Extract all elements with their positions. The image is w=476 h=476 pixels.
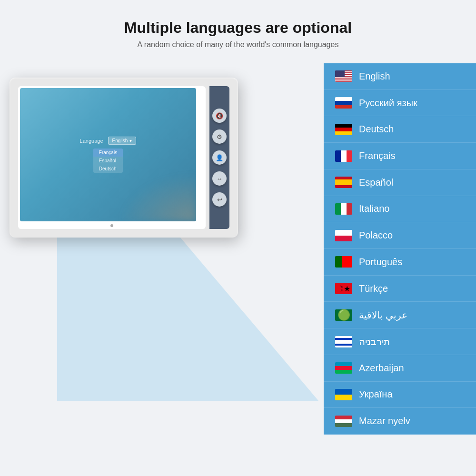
lang-item-az[interactable]: Azerbaijan xyxy=(324,355,476,382)
user-button[interactable]: 👤 xyxy=(212,150,227,165)
device-indicator-dot xyxy=(110,224,113,227)
screen-list-item-1[interactable]: Español xyxy=(93,157,123,165)
lang-item-sa[interactable]: 🟢 عربي بالاقية xyxy=(324,302,476,328)
lang-name-az: Azerbaijan xyxy=(359,363,404,374)
lang-name-hu: Mazar nyelv xyxy=(359,416,410,426)
lang-item-en[interactable]: English xyxy=(324,63,476,90)
lang-name-pt: Português xyxy=(359,257,402,268)
device-buttons-panel: 🔇 ⚙ 👤 ↔ ↩ xyxy=(209,86,229,229)
screen-hand-overlay xyxy=(120,174,196,221)
page-subtitle: A random choice of many of the world's c… xyxy=(10,40,466,49)
screen-selected-lang: English xyxy=(112,138,128,143)
flag-sa: 🟢 xyxy=(335,309,352,321)
transfer-button[interactable]: ↔ xyxy=(212,171,227,186)
lang-name-il: תירבניה xyxy=(359,336,390,347)
chevron-down-icon: ▾ xyxy=(129,138,132,143)
lang-name-it: Italiano xyxy=(359,203,390,214)
screen-ui: Language English ▾ Français Español Deut… xyxy=(80,137,137,173)
screen-language-label: Language xyxy=(80,138,103,144)
language-panel: English Русский язык Deutsch Français Es… xyxy=(324,63,476,435)
flag-us xyxy=(335,70,352,82)
flag-az xyxy=(335,362,352,374)
lang-name-sa: عربي بالاقية xyxy=(359,309,407,321)
lang-item-es[interactable]: Español xyxy=(324,169,476,196)
flag-pl xyxy=(335,230,352,241)
screen-label-row: Language English ▾ xyxy=(80,137,137,145)
mute-button[interactable]: 🔇 xyxy=(212,109,227,123)
lang-name-tr: Türkçe xyxy=(359,283,388,294)
lang-name-es: Español xyxy=(359,177,393,188)
flag-de xyxy=(335,124,352,135)
flag-tr: ☽★ xyxy=(335,283,352,294)
lang-name-en: English xyxy=(359,71,390,82)
flag-es xyxy=(335,177,352,188)
settings-button[interactable]: ⚙ xyxy=(212,129,227,144)
back-button[interactable]: ↩ xyxy=(212,192,227,207)
lang-item-pt[interactable]: Português xyxy=(324,249,476,276)
lang-name-ru: Русский язык xyxy=(359,98,417,109)
flag-it xyxy=(335,203,352,215)
screen-dropdown[interactable]: English ▾ xyxy=(108,137,137,145)
lang-item-il[interactable]: תירבניה xyxy=(324,328,476,355)
flag-ua xyxy=(335,389,352,400)
lang-name-ua: Україна xyxy=(359,389,393,400)
device-screen-wrapper: Language English ▾ Français Español Deut… xyxy=(18,86,206,229)
flag-hu xyxy=(335,416,352,427)
lang-item-hu[interactable]: Mazar nyelv xyxy=(324,408,476,435)
screen-list-item-0[interactable]: Français xyxy=(93,149,123,157)
flag-il xyxy=(335,336,352,347)
device-screen: Language English ▾ Français Español Deut… xyxy=(20,88,196,221)
lang-name-fr: Français xyxy=(359,150,396,161)
lang-item-it[interactable]: Italiano xyxy=(324,196,476,223)
flag-fr xyxy=(335,150,352,162)
lang-item-ua[interactable]: Україна xyxy=(324,382,476,408)
lang-item-tr[interactable]: ☽★ Türkçe xyxy=(324,276,476,302)
lang-item-de[interactable]: Deutsch xyxy=(324,116,476,143)
flag-pt xyxy=(335,256,352,268)
screen-dropdown-list: Français Español Deutsch xyxy=(93,149,123,173)
device: Language English ▾ Français Español Deut… xyxy=(10,78,238,238)
lang-name-pl: Polacco xyxy=(359,230,393,241)
header: Multiple languages are optional A random… xyxy=(0,0,476,59)
lang-item-fr[interactable]: Français xyxy=(324,143,476,169)
main-content: Language English ▾ Français Español Deut… xyxy=(0,63,476,435)
page-title: Multiple languages are optional xyxy=(10,19,466,37)
screen-list-item-2[interactable]: Deutsch xyxy=(93,165,123,173)
lang-item-pl[interactable]: Polacco xyxy=(324,222,476,249)
lang-name-de: Deutsch xyxy=(359,124,394,135)
flag-ru xyxy=(335,97,352,109)
lang-item-ru[interactable]: Русский язык xyxy=(324,90,476,117)
